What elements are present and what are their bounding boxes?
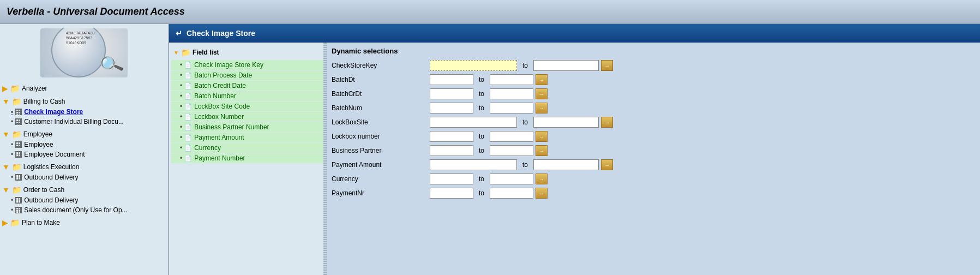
tree-section-analyzer: ▶ 📁 Analyzer xyxy=(0,82,168,95)
field-item-3[interactable]: • 📄 Batch Number xyxy=(171,91,324,101)
dyn-input-right-1[interactable] xyxy=(490,74,533,85)
field-item-1-label: Batch Process Date xyxy=(194,71,252,79)
dyn-btn-0[interactable]: → xyxy=(601,60,613,71)
grid-icon-2 xyxy=(15,118,22,125)
field-list-header-label: Field list xyxy=(193,49,219,56)
folder-analyzer[interactable]: ▶ 📁 Analyzer xyxy=(0,83,168,94)
dyn-input-left-6[interactable] xyxy=(430,145,473,156)
doc-icon: 📄 xyxy=(184,62,192,69)
folder-plan-icon: ▶ 📁 xyxy=(2,218,20,227)
field-item-7[interactable]: • 📄 Payment Amount xyxy=(171,133,324,142)
field-item-8-label: Currency xyxy=(194,144,221,152)
dyn-row-7: Payment Amount to → xyxy=(332,159,976,171)
sidebar-item-outbound-delivery-order[interactable]: • Outbound Delivery xyxy=(0,195,168,205)
dyn-input-left-2[interactable] xyxy=(430,88,473,99)
dyn-input-left-1[interactable] xyxy=(430,74,473,85)
doc-icon: 📄 xyxy=(184,113,192,121)
bullet: • xyxy=(180,123,182,131)
dyn-input-right-3[interactable] xyxy=(490,103,533,113)
field-item-2[interactable]: • 📄 Batch Credit Date xyxy=(171,81,324,91)
sidebar-item-employee[interactable]: • Employee xyxy=(0,140,168,150)
dyn-input-left-8[interactable] xyxy=(430,174,473,184)
field-item-4[interactable]: • 📄 LockBox Site Code xyxy=(171,101,324,111)
field-item-5[interactable]: • 📄 Lockbox Number xyxy=(171,112,324,122)
folder-employee-label: Employee xyxy=(23,130,52,138)
field-item-3-label: Batch Number xyxy=(194,92,236,100)
field-item-6[interactable]: • 📄 Business Partner Number xyxy=(171,122,324,132)
folder-plan[interactable]: ▶ 📁 Plan to Make xyxy=(0,217,168,228)
field-item-8[interactable]: • 📄 Currency xyxy=(171,143,324,153)
dyn-btn-1[interactable]: → xyxy=(536,74,548,85)
sidebar-item-employee-label: Employee xyxy=(24,141,53,148)
folder-logistics-icon: ▼ 📁 xyxy=(2,163,21,171)
dyn-input-left-3[interactable] xyxy=(430,103,473,113)
dynamic-selections-header: Dynamic selections xyxy=(332,47,976,55)
dyn-input-right-5[interactable] xyxy=(490,131,533,142)
dyn-row-3: BatchNum to → xyxy=(332,102,976,114)
dyn-row-6: Business Partner to → xyxy=(332,145,976,157)
dyn-input-right-9[interactable] xyxy=(490,188,533,199)
dyn-input-right-0[interactable] xyxy=(533,60,599,71)
dyn-label-4: LockBoxSite xyxy=(332,118,430,126)
field-item-9[interactable]: • 📄 Payment Number xyxy=(171,153,324,163)
tree-section-logistics: ▼ 📁 Logistics Execution • Outbound Deliv… xyxy=(0,160,168,183)
dyn-btn-2[interactable]: → xyxy=(536,88,548,99)
sidebar-item-outbound-delivery-log-label: Outbound Delivery xyxy=(24,174,78,181)
grid-icon-4 xyxy=(15,151,22,158)
folder-billing[interactable]: ▼ 📁 Billing to Cash xyxy=(0,96,168,107)
bullet: • xyxy=(180,103,182,110)
sidebar-item-employee-doc[interactable]: • Employee Document xyxy=(0,150,168,159)
bullet: • xyxy=(11,141,13,148)
dyn-to-8: to xyxy=(473,175,490,183)
dyn-row-2: BatchCrDt to → xyxy=(332,88,976,100)
sidebar-item-sales-doc[interactable]: • Sales document (Only Use for Op... xyxy=(0,205,168,215)
resize-handle[interactable] xyxy=(323,43,327,275)
dyn-input-left-0[interactable] xyxy=(430,60,517,71)
sidebar-item-customer-billing[interactable]: • Customer Individual Billing Docu... xyxy=(0,117,168,127)
dyn-btn-9[interactable]: → xyxy=(536,188,548,199)
dyn-input-right-8[interactable] xyxy=(490,174,533,184)
dyn-btn-7[interactable]: → xyxy=(601,159,613,170)
sidebar-item-check-image-store[interactable]: • Check Image Store xyxy=(0,107,168,117)
field-item-9-label: Payment Number xyxy=(194,154,245,162)
dyn-label-6: Business Partner xyxy=(332,147,430,154)
dyn-btn-4[interactable]: → xyxy=(601,117,613,128)
dyn-btn-8[interactable]: → xyxy=(536,174,548,184)
dyn-input-right-7[interactable] xyxy=(533,159,599,170)
field-item-2-label: Batch Credit Date xyxy=(194,82,246,89)
dyn-input-right-6[interactable] xyxy=(490,145,533,156)
folder-employee-icon: ▼ 📁 xyxy=(2,130,21,139)
bullet: • xyxy=(180,134,182,141)
bullet: • xyxy=(11,118,13,125)
field-item-0[interactable]: • 📄 Check Image Store Key xyxy=(171,60,324,70)
dyn-input-left-7[interactable] xyxy=(430,159,517,170)
sidebar-item-outbound-delivery-log[interactable]: • Outbound Delivery xyxy=(0,172,168,182)
field-item-5-label: Lockbox Number xyxy=(194,113,244,121)
panel-header-title: Check Image Store xyxy=(187,29,255,38)
folder-billing-label: Billing to Cash xyxy=(23,98,65,105)
folder-order[interactable]: ▼ 📁 Order to Cash xyxy=(0,184,168,195)
folder-employee[interactable]: ▼ 📁 Employee xyxy=(0,129,168,140)
field-item-1[interactable]: • 📄 Batch Process Date xyxy=(171,70,324,80)
dyn-input-right-2[interactable] xyxy=(490,88,533,99)
folder-logistics[interactable]: ▼ 📁 Logistics Execution xyxy=(0,162,168,172)
dyn-input-left-5[interactable] xyxy=(430,131,473,142)
dyn-btn-6[interactable]: → xyxy=(536,145,548,156)
dyn-to-4: to xyxy=(517,118,533,126)
content-area: ▼ 📁 Field list • 📄 Check Image Store Key… xyxy=(169,43,980,275)
folder-plan-label: Plan to Make xyxy=(22,219,60,226)
dyn-to-3: to xyxy=(473,104,490,112)
dyn-to-5: to xyxy=(473,133,490,140)
sidebar-item-employee-doc-label: Employee Document xyxy=(24,151,85,158)
dyn-input-left-9[interactable] xyxy=(430,188,473,199)
bullet: • xyxy=(11,196,13,204)
doc-icon: 📄 xyxy=(184,134,192,141)
dyn-label-5: Lockbox number xyxy=(332,133,430,140)
dyn-input-right-4[interactable] xyxy=(533,117,599,128)
dyn-btn-5[interactable]: → xyxy=(536,131,548,142)
dyn-btn-3[interactable]: → xyxy=(536,103,548,113)
bullet: • xyxy=(11,174,13,181)
dyn-row-8: Currency to → xyxy=(332,173,976,185)
dyn-row-0: CheckStoreKey to → xyxy=(332,59,976,71)
dyn-input-left-4[interactable] xyxy=(430,117,517,128)
